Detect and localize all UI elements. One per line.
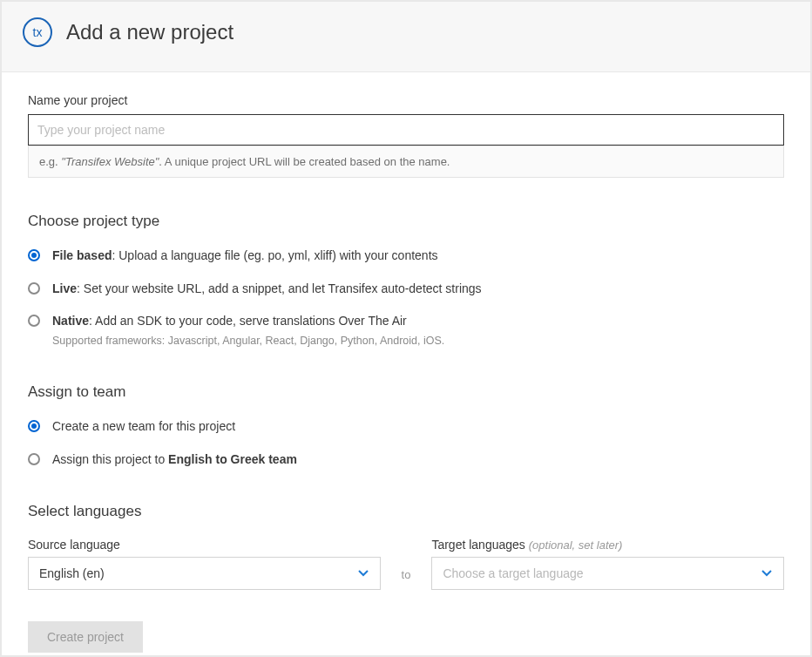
team-label-prefix: Assign this project to [52, 452, 168, 466]
languages-title: Select languages [28, 503, 784, 520]
team-label-bold: English to Greek team [168, 452, 297, 466]
project-name-input[interactable] [28, 114, 784, 146]
option-sub: Supported frameworks: Javascript, Angula… [52, 334, 444, 349]
create-button-label: Create project [47, 630, 124, 644]
target-language-select[interactable]: Choose a target language [431, 557, 784, 590]
hint-prefix: e.g. [39, 155, 61, 168]
team-create-new[interactable]: Create a new team for this project [28, 418, 784, 436]
name-label: Name your project [28, 93, 784, 107]
option-desc: : Upload a language file (eg. po, yml, x… [112, 248, 437, 262]
languages-row: Source language English (en) to Target l… [28, 538, 784, 590]
radio-label: Live: Set your website URL, add a snippe… [52, 281, 482, 298]
option-name: File based [52, 248, 112, 262]
source-language-col: Source language English (en) [28, 538, 381, 590]
radio-icon [28, 249, 40, 261]
source-language-select[interactable]: English (en) [28, 557, 381, 590]
option-name: Native [52, 314, 89, 328]
chevron-down-icon [761, 567, 773, 579]
project-type-file-based[interactable]: File based: Upload a language file (eg. … [28, 247, 784, 265]
target-label-text: Target languages [431, 538, 528, 552]
hint-suffix: . A unique project URL will be created b… [159, 155, 450, 168]
team-title: Assign to team [28, 383, 784, 401]
radio-label: Native: Add an SDK to your code, serve t… [52, 313, 444, 349]
logo-text: tx [33, 25, 43, 39]
target-language-col: Target languages (optional, set later) C… [431, 538, 784, 590]
source-language-label: Source language [28, 538, 381, 552]
name-hint: e.g. "Transifex Website". A unique proje… [28, 146, 784, 178]
target-language-placeholder: Choose a target language [443, 566, 583, 580]
team-assign-existing[interactable]: Assign this project to English to Greek … [28, 451, 784, 469]
radio-icon [28, 282, 40, 295]
form-content: Name your project e.g. "Transifex Websit… [2, 72, 810, 657]
project-type-live[interactable]: Live: Set your website URL, add a snippe… [28, 281, 784, 298]
radio-icon [28, 453, 40, 465]
tx-logo-icon: tx [23, 17, 52, 47]
hint-example: "Transifex Website" [61, 155, 159, 168]
source-language-value: English (en) [39, 566, 105, 580]
option-desc: : Add an SDK to your code, serve transla… [89, 314, 407, 328]
target-optional-text: (optional, set later) [529, 538, 623, 552]
project-type-title: Choose project type [28, 213, 784, 230]
page-header: tx Add a new project [2, 2, 810, 72]
create-project-button[interactable]: Create project [28, 621, 143, 653]
option-name: Live [52, 281, 77, 295]
radio-icon [28, 315, 40, 327]
page-title: Add a new project [66, 20, 233, 44]
radio-label: Create a new team for this project [52, 418, 235, 436]
chevron-down-icon [357, 567, 369, 579]
option-desc: : Set your website URL, add a snippet, a… [77, 281, 482, 295]
radio-icon [28, 420, 40, 432]
project-type-native[interactable]: Native: Add an SDK to your code, serve t… [28, 313, 784, 349]
to-label: to [402, 568, 411, 590]
radio-label: Assign this project to English to Greek … [52, 451, 297, 469]
radio-label: File based: Upload a language file (eg. … [52, 247, 438, 265]
target-language-label: Target languages (optional, set later) [431, 538, 784, 552]
